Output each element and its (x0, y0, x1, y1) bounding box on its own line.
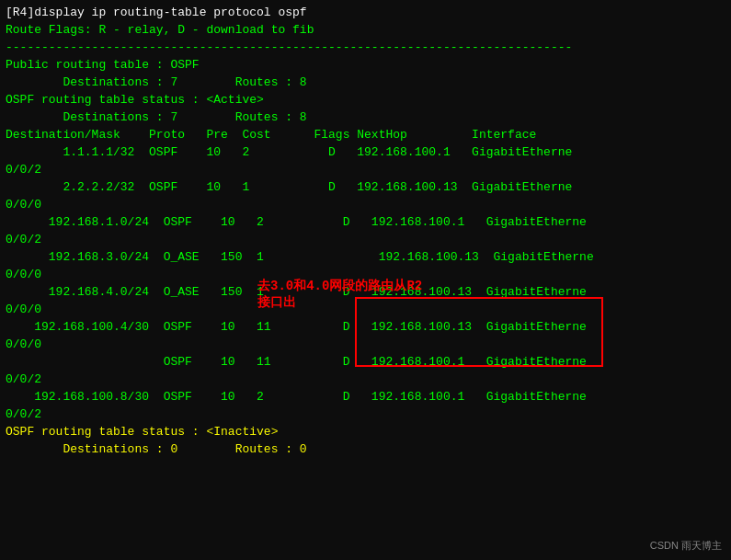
terminal-line: 192.168.100.8/30 OSPF 10 2 D 192.168.100… (6, 388, 725, 406)
terminal-line: 0/0/2 (6, 406, 725, 423)
terminal-line: 0/0/0 (6, 266, 725, 283)
terminal-line: 192.168.1.0/24 OSPF 10 2 D 192.168.100.1… (6, 213, 725, 231)
terminal-line: Route Flags: R - relay, D - download to … (6, 21, 725, 39)
terminal-line: 1.1.1.1/32 OSPF 10 2 D 192.168.100.1 Gig… (6, 143, 725, 161)
terminal-line: 0/0/2 (6, 371, 725, 388)
terminal-line: 0/0/2 (6, 231, 725, 248)
terminal-line: 192.168.4.0/24 O_ASE 150 1 D 192.168.100… (6, 283, 725, 301)
terminal-line: 0/0/0 (6, 301, 725, 318)
terminal-line: Destinations : 0 Routes : 0 (6, 440, 725, 458)
terminal-line: ----------------------------------------… (6, 39, 725, 56)
terminal-line: 0/0/0 (6, 196, 725, 213)
terminal-line: OSPF routing table status : <Inactive> (6, 423, 725, 440)
terminal-line: Destination/Mask Proto Pre Cost Flags Ne… (6, 126, 725, 143)
terminal-line: 0/0/0 (6, 336, 725, 353)
terminal-line: 0/0/2 (6, 161, 725, 178)
terminal-line: 192.168.3.0/24 O_ASE 150 1 192.168.100.1… (6, 248, 725, 266)
terminal-line: [R4]display ip routing-table protocol os… (6, 4, 725, 21)
terminal-line: 192.168.100.4/30 OSPF 10 11 D 192.168.10… (6, 318, 725, 336)
terminal-line: Destinations : 7 Routes : 8 (6, 74, 725, 91)
terminal-line: Public routing table : OSPF (6, 56, 725, 74)
terminal-line: OSPF routing table status : <Active> (6, 91, 725, 109)
terminal-line: OSPF 10 11 D 192.168.100.1 GigabitEthern… (6, 353, 725, 371)
watermark: CSDN 雨天博主 (650, 539, 722, 553)
terminal-line: Destinations : 7 Routes : 8 (6, 109, 725, 126)
terminal-line: 2.2.2.2/32 OSPF 10 1 D 192.168.100.13 Gi… (6, 178, 725, 196)
terminal-window: [R4]display ip routing-table protocol os… (0, 0, 731, 560)
